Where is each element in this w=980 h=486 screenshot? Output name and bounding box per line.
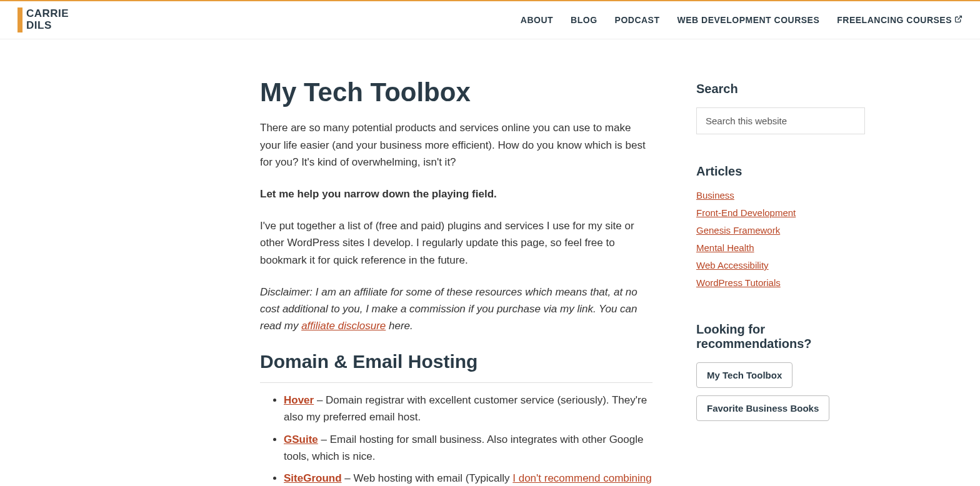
article-link-wordpress[interactable]: WordPress Tutorials [696, 277, 781, 288]
gsuite-link[interactable]: GSuite [284, 434, 318, 445]
sidebar: Search Articles Business Front-End Devel… [696, 77, 865, 486]
list-item: WordPress Tutorials [696, 277, 865, 289]
page-title: My Tech Toolbox [260, 77, 652, 108]
section-heading-domain-email: Domain & Email Hosting [260, 349, 652, 383]
external-link-icon [954, 15, 962, 25]
article-category-list: Business Front-End Development Genesis F… [696, 190, 865, 289]
article-link-accessibility[interactable]: Web Accessibility [696, 260, 769, 270]
list-item-pre: – Web hosting with email (Typically [342, 472, 513, 484]
nav-freelancing-label: FREELANCING COURSES [837, 15, 952, 25]
list-item: Front-End Development [696, 207, 865, 219]
rec-button-books[interactable]: Favorite Business Books [696, 395, 829, 421]
nav-about[interactable]: ABOUT [521, 15, 553, 25]
intro-paragraph: There are so many potential products and… [260, 119, 652, 171]
article-link-frontend[interactable]: Front-End Development [696, 207, 796, 218]
nav-blog[interactable]: BLOG [571, 15, 597, 25]
logo-accent-bar [18, 7, 22, 32]
site-header: CARRIE DILS ABOUT BLOG PODCAST WEB DEVEL… [0, 1, 980, 39]
site-logo[interactable]: CARRIE DILS [18, 7, 69, 32]
list-item: SiteGround – Web hosting with email (Typ… [284, 470, 652, 486]
search-heading: Search [696, 82, 865, 96]
primary-nav: ABOUT BLOG PODCAST WEB DEVELOPMENT COURS… [521, 15, 962, 25]
disclaimer-post: here. [386, 320, 412, 332]
articles-heading: Articles [696, 164, 865, 179]
logo-text: CARRIE DILS [26, 8, 69, 31]
article-link-genesis[interactable]: Genesis Framework [696, 225, 780, 236]
list-item: Business [696, 190, 865, 201]
rec-button-toolbox[interactable]: My Tech Toolbox [696, 362, 792, 388]
page-container: My Tech Toolbox There are so many potent… [90, 39, 890, 486]
affiliate-disclosure-link[interactable]: affiliate disclosure [301, 320, 386, 332]
list-item: Genesis Framework [696, 225, 865, 236]
nav-podcast[interactable]: PODCAST [615, 15, 660, 25]
logo-line2: DILS [26, 19, 52, 31]
list-item: GSuite – Email hosting for small busines… [284, 431, 652, 465]
main-content: My Tech Toolbox There are so many potent… [260, 77, 652, 486]
list-item-text: – Domain registrar with excellent custom… [284, 394, 647, 423]
siteground-link[interactable]: SiteGround [284, 472, 342, 484]
list-item: Web Accessibility [696, 260, 865, 271]
nav-web-dev-courses[interactable]: WEB DEVELOPMENT COURSES [678, 15, 820, 25]
hover-link[interactable]: Hover [284, 394, 314, 406]
paragraph-2: I've put together a list of (free and pa… [260, 217, 652, 269]
list-item: Hover – Domain registrar with excellent … [284, 392, 652, 425]
list-item: Mental Health [696, 242, 865, 254]
recommendations-heading: Looking for recommendations? [696, 322, 865, 351]
search-input[interactable] [696, 107, 865, 134]
nav-freelancing-courses[interactable]: FREELANCING COURSES [837, 15, 962, 25]
list-item-text: – Email hosting for small business. Also… [284, 434, 643, 462]
recommendation-buttons: My Tech Toolbox Favorite Business Books [696, 362, 865, 429]
article-link-business[interactable]: Business [696, 190, 734, 201]
lead-bold-line: Let me help you narrow down the playing … [260, 186, 652, 202]
article-link-mental-health[interactable]: Mental Health [696, 242, 754, 253]
svg-line-0 [958, 16, 961, 20]
logo-line1: CARRIE [26, 7, 69, 19]
hosting-list: Hover – Domain registrar with excellent … [260, 392, 652, 486]
disclaimer-paragraph: Disclaimer: I am an affiliate for some o… [260, 284, 652, 335]
